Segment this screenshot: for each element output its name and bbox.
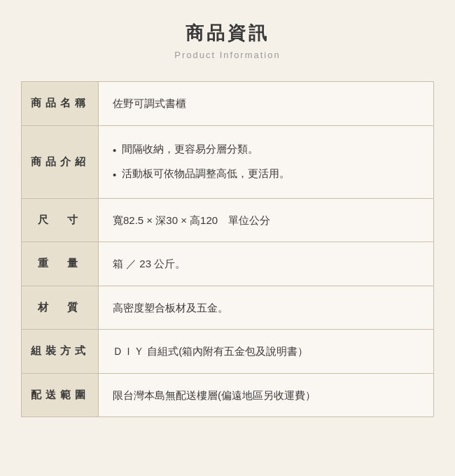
page-header: 商品資訊 Product Information	[21, 14, 434, 67]
row-value: 箱 ／ 23 公斤。	[99, 242, 433, 286]
row-value: 寬82.5 × 深30 × 高120 單位公分	[99, 199, 433, 242]
bullet-text: 間隔收納，更容易分層分類。	[122, 140, 258, 158]
table-row: 商品介紹•間隔收納，更容易分層分類。•活動板可依物品調整高低，更活用。	[22, 126, 433, 199]
table-row: 重 量箱 ／ 23 公斤。	[22, 242, 433, 286]
row-value: 高密度塑合板材及五金。	[99, 286, 433, 330]
bullet-symbol: •	[113, 141, 116, 160]
table-row: 組裝方式ＤＩＹ 自組式(箱內附有五金包及說明書）	[22, 330, 433, 374]
row-value: 限台灣本島無配送樓層(偏遠地區另收運費）	[99, 374, 433, 417]
row-value: ＤＩＹ 自組式(箱內附有五金包及說明書）	[99, 330, 433, 373]
bullet-item: •活動板可依物品調整高低，更活用。	[113, 164, 290, 184]
page-title-en: Product Information	[21, 50, 434, 60]
row-label: 材 質	[22, 286, 99, 330]
row-label: 商品介紹	[22, 126, 99, 198]
row-value: 佐野可調式書櫃	[99, 82, 433, 125]
row-label: 尺 寸	[22, 199, 99, 242]
product-info-table: 商品名稱佐野可調式書櫃商品介紹•間隔收納，更容易分層分類。•活動板可依物品調整高…	[21, 81, 434, 417]
bullet-text: 活動板可依物品調整高低，更活用。	[122, 164, 290, 183]
bullet-item: •間隔收納，更容易分層分類。	[113, 140, 258, 160]
table-row: 配送範圍限台灣本島無配送樓層(偏遠地區另收運費）	[22, 374, 433, 417]
row-label: 組裝方式	[22, 330, 99, 373]
product-info-container: 商品資訊 Product Information 商品名稱佐野可調式書櫃商品介紹…	[21, 14, 434, 417]
bullet-symbol: •	[113, 166, 116, 184]
row-label: 商品名稱	[22, 82, 99, 125]
table-row: 材 質高密度塑合板材及五金。	[22, 286, 433, 330]
table-row: 商品名稱佐野可調式書櫃	[22, 82, 433, 126]
row-label: 配送範圍	[22, 374, 99, 417]
row-label: 重 量	[22, 242, 99, 286]
row-value: •間隔收納，更容易分層分類。•活動板可依物品調整高低，更活用。	[99, 126, 433, 198]
page-title-zh: 商品資訊	[21, 21, 434, 46]
table-row: 尺 寸寬82.5 × 深30 × 高120 單位公分	[22, 199, 433, 243]
